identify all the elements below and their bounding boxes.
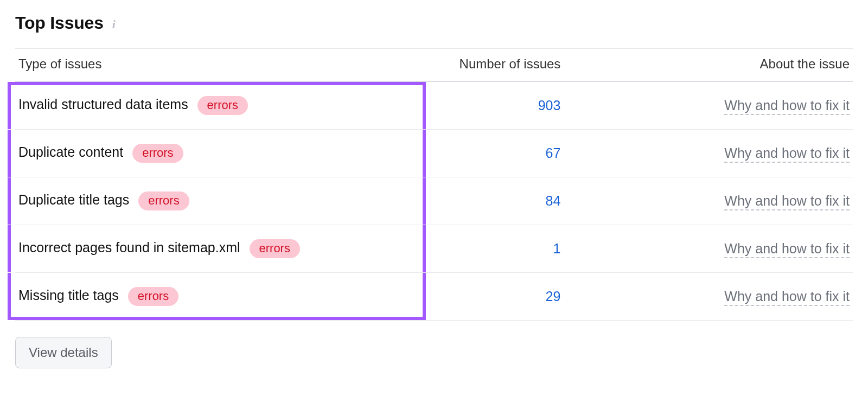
fix-link[interactable]: Why and how to fix it <box>724 289 850 306</box>
issue-count[interactable]: 903 <box>538 98 561 113</box>
error-badge: errors <box>250 239 300 258</box>
issue-name[interactable]: Incorrect pages found in sitemap.xml <box>18 240 240 255</box>
table-row: Invalid structured data items errors 903… <box>15 82 853 130</box>
error-badge: errors <box>132 144 183 163</box>
error-badge: errors <box>197 96 248 115</box>
table-row: Duplicate content errors 67 Why and how … <box>15 130 853 177</box>
issue-count[interactable]: 84 <box>546 193 561 208</box>
view-details-button[interactable]: View details <box>15 337 112 368</box>
issue-name[interactable]: Missing title tags <box>18 288 119 303</box>
table-row: Missing title tags errors 29 Why and how… <box>15 273 853 321</box>
error-badge: errors <box>138 191 189 210</box>
section-header: Top Issues i <box>15 13 853 33</box>
col-header-about: About the issue <box>593 49 853 82</box>
col-header-type: Type of issues <box>15 49 426 82</box>
issue-name[interactable]: Duplicate title tags <box>18 192 129 207</box>
section-title: Top Issues <box>15 13 104 33</box>
info-icon[interactable]: i <box>112 17 116 31</box>
table-row: Duplicate title tags errors 84 Why and h… <box>15 177 853 225</box>
fix-link[interactable]: Why and how to fix it <box>724 193 850 210</box>
table-row: Incorrect pages found in sitemap.xml err… <box>15 225 853 273</box>
fix-link[interactable]: Why and how to fix it <box>724 98 850 115</box>
fix-link[interactable]: Why and how to fix it <box>724 241 850 258</box>
issue-count[interactable]: 29 <box>546 289 561 304</box>
col-header-count: Number of issues <box>426 49 593 82</box>
issue-name[interactable]: Duplicate content <box>18 144 123 159</box>
issues-table: Type of issues Number of issues About th… <box>15 48 853 321</box>
fix-link[interactable]: Why and how to fix it <box>724 145 850 163</box>
error-badge: errors <box>128 287 178 306</box>
issue-count[interactable]: 1 <box>553 241 560 256</box>
issue-name[interactable]: Invalid structured data items <box>18 97 188 112</box>
issue-count[interactable]: 67 <box>546 145 561 161</box>
